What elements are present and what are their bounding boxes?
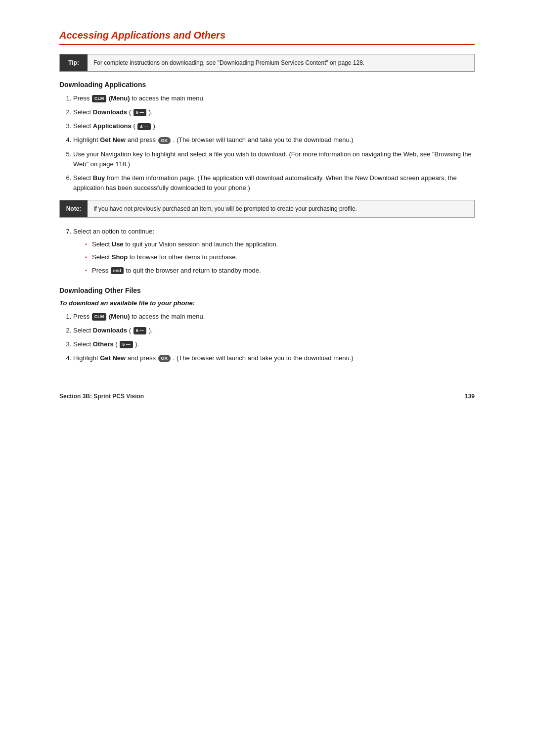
other-files-steps: Press CLM (Menu) to access the main menu…: [59, 312, 475, 364]
downloading-other-files-title: Downloading Other Files: [59, 286, 475, 294]
other-step-3-text: Select Others (: [73, 340, 119, 348]
step-6-text: Select Buy from the item information pag…: [73, 174, 457, 191]
applications-key-icon: 4 —: [137, 123, 151, 131]
bullet-end-text: Press: [92, 267, 110, 274]
other-files-subtitle: To download an available file to your ph…: [59, 299, 475, 307]
step-5-text: Use your Navigation key to highlight and…: [73, 150, 472, 168]
downloading-applications-steps: Press CLM (Menu) to access the main menu…: [59, 94, 475, 193]
step-1-text: Press: [73, 94, 91, 102]
step-2-suffix: ).: [149, 108, 153, 116]
step-4-text: Highlight Get New and press: [73, 136, 158, 143]
step-2-text: Select Downloads (: [73, 108, 133, 116]
step-7-text: Select an option to continue:: [73, 228, 154, 235]
footer-right: 139: [465, 393, 475, 400]
other-step-1-label: (Menu) to access the main menu.: [109, 313, 205, 320]
step-4-suffix: . (The browser will launch and take you …: [173, 136, 354, 143]
bullet-use: Select Use to quit your Vision session a…: [85, 239, 475, 249]
step-3: Select Applications ( 4 — ).: [73, 121, 475, 131]
other-step-3: Select Others ( 5 — ).: [73, 339, 475, 349]
step-3-text: Select Applications (: [73, 122, 137, 130]
other-step-2: Select Downloads ( 6 — ).: [73, 326, 475, 335]
note-content: If you have not previously purchased an …: [88, 200, 363, 217]
other-ok-key-icon: OK: [158, 355, 171, 362]
note-label: Note:: [60, 200, 88, 217]
step-7-bullets: Select Use to quit your Vision session a…: [73, 239, 475, 275]
other-downloads-key-icon: 6 —: [134, 327, 147, 334]
bullet-end: Press end to quit the browser and return…: [85, 266, 475, 276]
note-box: Note: If you have not previously purchas…: [59, 200, 475, 218]
step-1: Press CLM (Menu) to access the main menu…: [73, 94, 475, 103]
step-4: Highlight Get New and press OK . (The br…: [73, 135, 475, 145]
downloading-applications-title: Downloading Applications: [59, 81, 475, 89]
step-7-list: Select an option to continue: Select Use…: [59, 227, 475, 276]
other-files-section: Downloading Other Files To download an a…: [59, 286, 475, 364]
step-1-menu-label: (Menu) to access the main menu.: [109, 94, 205, 102]
other-step-1-text: Press: [73, 313, 91, 320]
bullet-shop: Select Shop to browse for other items to…: [85, 252, 475, 262]
page-footer: Section 3B: Sprint PCS Vision 139: [59, 393, 475, 400]
end-key-icon: end: [111, 267, 124, 275]
bullet-use-text: Select Use to quit your Vision session a…: [92, 240, 278, 248]
footer-left: Section 3B: Sprint PCS Vision: [59, 393, 144, 400]
step-6: Select Buy from the item information pag…: [73, 173, 475, 193]
other-step-2-suffix: ).: [149, 327, 153, 334]
tip-content: For complete instructions on downloading…: [88, 54, 370, 71]
step-7: Select an option to continue: Select Use…: [73, 227, 475, 276]
ok-key-icon: OK: [158, 137, 171, 144]
other-step-4: Highlight Get New and press OK . (The br…: [73, 353, 475, 363]
downloads-key-icon: 6 —: [134, 109, 147, 116]
other-step-4-text: Highlight Get New and press: [73, 354, 158, 362]
menu-key-icon: CLM: [92, 95, 107, 102]
step-2: Select Downloads ( 6 — ).: [73, 107, 475, 117]
tip-label: Tip:: [60, 54, 88, 71]
other-step-3-suffix: ).: [135, 340, 139, 348]
others-key-icon: 5 —: [120, 341, 133, 348]
bullet-shop-text: Select Shop to browse for other items to…: [92, 253, 237, 261]
step-3-suffix: ).: [153, 122, 157, 130]
other-step-1: Press CLM (Menu) to access the main menu…: [73, 312, 475, 322]
page-content: Accessing Applications and Others Tip: F…: [59, 30, 475, 400]
bullet-end-suffix: to quit the browser and return to standb…: [126, 267, 261, 274]
other-step-4-suffix: . (The browser will launch and take you …: [173, 354, 354, 362]
tip-box: Tip: For complete instructions on downlo…: [59, 54, 475, 72]
other-step-2-text: Select Downloads (: [73, 327, 133, 334]
page-title: Accessing Applications and Others: [59, 30, 475, 45]
step-5: Use your Navigation key to highlight and…: [73, 149, 475, 169]
other-menu-key-icon: CLM: [92, 313, 107, 321]
